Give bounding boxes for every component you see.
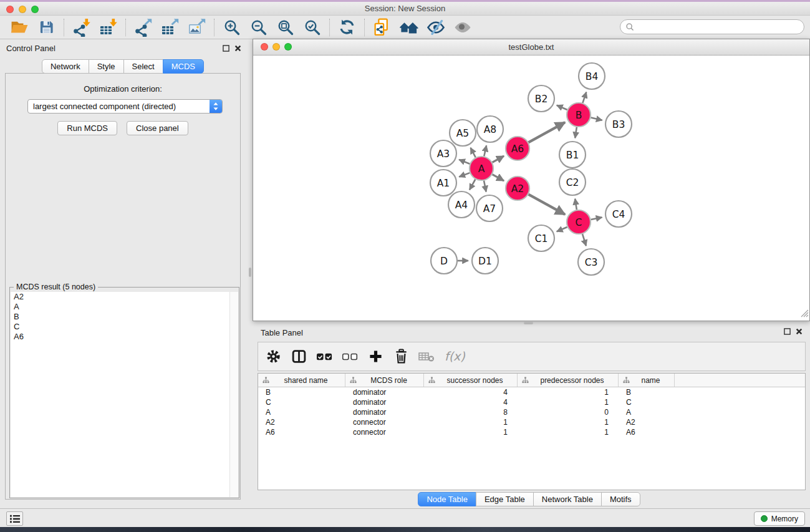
result-item[interactable]: B bbox=[11, 312, 238, 322]
result-item[interactable]: C bbox=[11, 322, 238, 332]
cell[interactable]: connector bbox=[345, 418, 424, 427]
mcds-result-list[interactable]: A2ABCA6 bbox=[11, 292, 238, 497]
table-row[interactable]: A6connector11A6 bbox=[258, 427, 805, 437]
cell[interactable]: 4 bbox=[424, 388, 518, 397]
export-table-button[interactable] bbox=[157, 17, 183, 38]
clear-checks-button[interactable] bbox=[341, 347, 359, 366]
zoom-fit-button[interactable] bbox=[272, 17, 299, 38]
tab-motifs[interactable]: Motifs bbox=[601, 492, 640, 506]
close-panel-icon[interactable] bbox=[234, 45, 241, 52]
result-item[interactable]: A bbox=[11, 302, 238, 312]
close-panel-button[interactable]: Close panel bbox=[127, 121, 188, 135]
cell[interactable]: A bbox=[619, 408, 675, 417]
column-header-predecessor-nodes[interactable]: predecessor nodes bbox=[518, 374, 619, 387]
open-session-button[interactable] bbox=[6, 17, 33, 38]
tab-node-table[interactable]: Node Table bbox=[418, 492, 476, 506]
edge-A-A1[interactable] bbox=[459, 173, 470, 177]
import-network-button[interactable] bbox=[68, 17, 95, 38]
select-all-checks-button[interactable] bbox=[316, 347, 333, 366]
cell[interactable]: dominator bbox=[345, 398, 424, 407]
task-history-button[interactable] bbox=[6, 511, 23, 526]
cell[interactable]: A6 bbox=[258, 428, 345, 437]
column-settings-button[interactable] bbox=[264, 347, 282, 366]
vertical-splitter-handle[interactable] bbox=[249, 268, 251, 277]
edge-C-C2[interactable] bbox=[575, 199, 577, 210]
close-panel-icon[interactable] bbox=[796, 328, 803, 335]
tab-style[interactable]: Style bbox=[89, 59, 124, 74]
resize-grip-icon[interactable] bbox=[801, 309, 809, 320]
column-header-name[interactable]: name bbox=[619, 374, 675, 387]
edge-C-C4[interactable] bbox=[591, 217, 602, 220]
edge-A-A5[interactable] bbox=[471, 148, 476, 157]
search-box[interactable] bbox=[620, 19, 804, 34]
cell[interactable]: 1 bbox=[518, 388, 619, 397]
cell[interactable]: 1 bbox=[424, 418, 518, 427]
show-graphics-button[interactable] bbox=[449, 17, 476, 38]
cell[interactable]: 1 bbox=[518, 418, 619, 427]
edge-A-A6[interactable] bbox=[493, 156, 504, 162]
tab-network-table[interactable]: Network Table bbox=[533, 492, 602, 506]
horizontal-splitter-handle[interactable] bbox=[524, 322, 533, 324]
run-mcds-button[interactable]: Run MCDS bbox=[57, 121, 117, 135]
cell[interactable]: C bbox=[619, 398, 675, 407]
edge-B-B1[interactable] bbox=[575, 127, 577, 138]
cell[interactable]: 1 bbox=[518, 398, 619, 407]
result-item[interactable]: A6 bbox=[11, 332, 238, 342]
edge-C-C1[interactable] bbox=[557, 227, 567, 231]
tab-edge-table[interactable]: Edge Table bbox=[476, 492, 534, 506]
edge-A-A2[interactable] bbox=[493, 175, 504, 181]
table-row[interactable]: Cdominator41C bbox=[258, 397, 805, 407]
refresh-layout-button[interactable] bbox=[334, 17, 360, 38]
column-header-shared-name[interactable]: shared name bbox=[258, 374, 345, 387]
table-row[interactable]: A2connector11A2 bbox=[258, 417, 805, 427]
cell[interactable]: A6 bbox=[619, 428, 675, 437]
edge-A6-B[interactable] bbox=[529, 122, 566, 142]
optimization-criterion-select[interactable]: largest connected component (directed) bbox=[27, 99, 223, 114]
cell[interactable]: 4 bbox=[424, 398, 518, 407]
save-session-button[interactable] bbox=[33, 17, 60, 38]
hide-graphics-button[interactable] bbox=[422, 17, 449, 38]
float-panel-icon[interactable] bbox=[223, 45, 229, 52]
memory-button[interactable]: Memory bbox=[754, 511, 805, 526]
cell[interactable]: 1 bbox=[424, 428, 518, 437]
tab-network[interactable]: Network bbox=[42, 59, 89, 74]
export-network-button[interactable] bbox=[130, 17, 157, 38]
edge-A-A8[interactable] bbox=[484, 145, 486, 156]
network-graph-svg[interactable]: B4B2BB3A8A5A6A3B1AC2A1A2A4A7C4CC1C3DD1 bbox=[253, 56, 809, 321]
export-image-button[interactable] bbox=[183, 17, 210, 38]
tab-mcds[interactable]: MCDS bbox=[163, 59, 204, 74]
tab-select[interactable]: Select bbox=[123, 59, 163, 74]
cell[interactable]: dominator bbox=[345, 388, 424, 397]
cell[interactable]: B bbox=[258, 388, 345, 397]
zoom-in-button[interactable] bbox=[218, 17, 245, 38]
cell[interactable]: A bbox=[258, 408, 345, 417]
cell[interactable]: A2 bbox=[619, 418, 675, 427]
edge-A-A7[interactable] bbox=[484, 181, 486, 192]
result-item[interactable]: A2 bbox=[11, 292, 238, 302]
search-input[interactable] bbox=[637, 22, 799, 31]
edge-B-B4[interactable] bbox=[582, 92, 586, 104]
table-row[interactable]: Adominator80A bbox=[258, 407, 805, 417]
cell[interactable]: A2 bbox=[258, 418, 345, 427]
delete-row-button[interactable] bbox=[392, 347, 410, 366]
zoom-selected-button[interactable] bbox=[299, 17, 325, 38]
cell[interactable]: 0 bbox=[518, 408, 619, 417]
cell[interactable]: dominator bbox=[345, 408, 424, 417]
show-home-button[interactable] bbox=[395, 17, 422, 38]
split-columns-button[interactable] bbox=[290, 347, 307, 366]
network-window-titlebar[interactable]: testGlobe.txt bbox=[253, 39, 809, 56]
cell[interactable]: 8 bbox=[424, 408, 518, 417]
edge-A2-C[interactable] bbox=[529, 195, 566, 215]
column-header-mcds-role[interactable]: MCDS role bbox=[345, 374, 424, 387]
list-scrollbar[interactable] bbox=[229, 292, 238, 497]
table-row[interactable]: Bdominator41B bbox=[258, 387, 805, 397]
edge-B-B3[interactable] bbox=[591, 118, 602, 120]
clone-network-button[interactable] bbox=[369, 17, 395, 38]
edge-B-B2[interactable] bbox=[557, 105, 567, 110]
cell[interactable]: connector bbox=[345, 428, 424, 437]
edge-A-A4[interactable] bbox=[470, 180, 475, 190]
float-panel-icon[interactable] bbox=[784, 328, 791, 335]
cell[interactable]: C bbox=[258, 398, 345, 407]
import-table-button[interactable] bbox=[95, 17, 122, 38]
column-header-successor-nodes[interactable]: successor nodes bbox=[424, 374, 518, 387]
